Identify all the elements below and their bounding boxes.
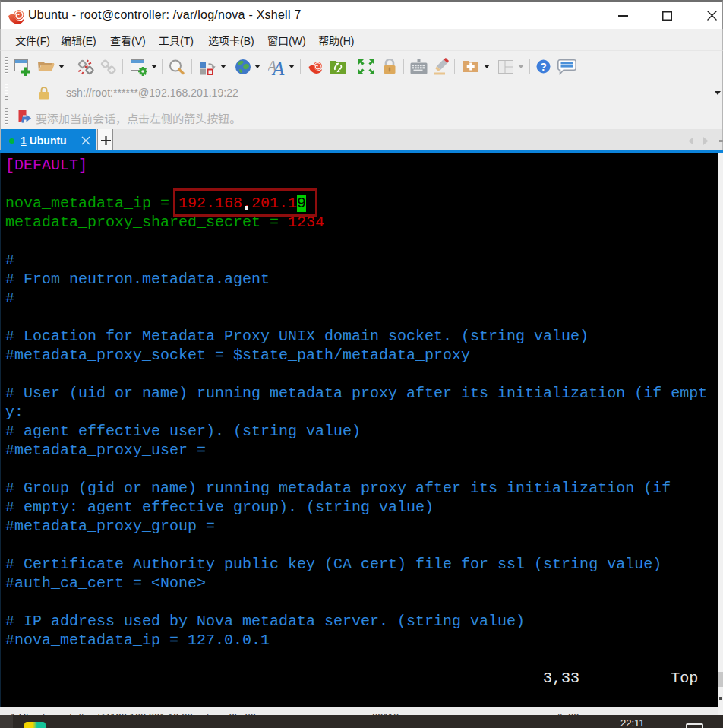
svg-text:?: ?: [540, 61, 547, 73]
svg-text:A: A: [271, 59, 285, 75]
